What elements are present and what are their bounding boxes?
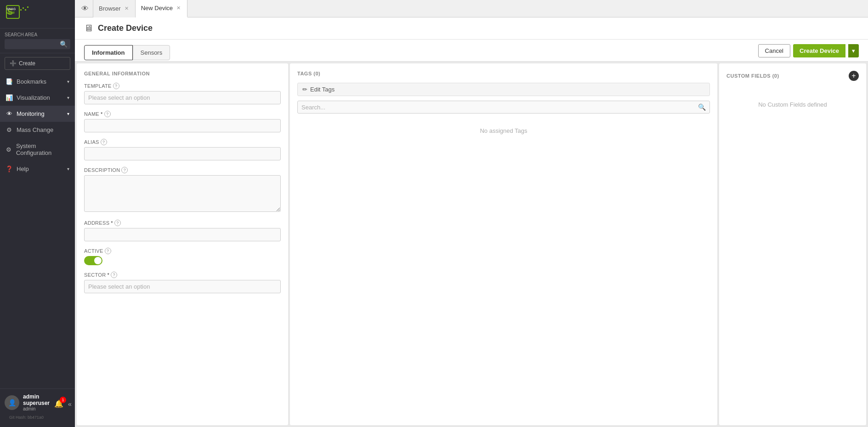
add-custom-field-button[interactable]: + [849, 71, 859, 81]
plus-icon: ➕ [10, 60, 17, 67]
tags-search-icon: 🔍 [698, 103, 706, 111]
custom-fields-header: CUSTOM FIELDS (0) + [726, 71, 859, 81]
cancel-button[interactable]: Cancel [758, 44, 790, 57]
sidebar-item-visualization[interactable]: 📊 Visualization ▾ [0, 90, 75, 106]
sidebar-item-label: Mass Change [17, 126, 53, 133]
tab-sensors[interactable]: Sensors [133, 45, 170, 60]
name-input[interactable] [84, 119, 281, 132]
tags-search-box: 🔍 [297, 101, 710, 114]
help-icon: ❓ [6, 165, 13, 172]
page-title: Create Device [98, 23, 153, 33]
active-help-icon[interactable]: ? [105, 248, 111, 254]
avatar: 👤 [5, 395, 19, 410]
svg-text:SNAG: SNAG [6, 7, 16, 11]
sidebar-item-label: Bookmarks [17, 78, 46, 85]
sector-label: SECTOR * ? [84, 272, 281, 278]
create-device-icon: 🖥 [84, 23, 93, 34]
description-help-icon[interactable]: ? [121, 167, 128, 173]
template-select[interactable]: Please select an option [84, 91, 281, 104]
snagview-logo: S SNAG VIEW [6, 5, 42, 22]
edit-tags-button[interactable]: ✏ Edit Tags [297, 83, 710, 96]
user-details: admin superuser admin [23, 393, 50, 411]
tab-information[interactable]: Information [84, 45, 133, 60]
description-label: DESCRIPTION ? [84, 167, 281, 173]
tab-new-device-label: New Device [141, 5, 173, 11]
search-input[interactable] [7, 41, 60, 47]
logo-area: S SNAG VIEW [0, 0, 75, 28]
tags-search-input[interactable] [301, 104, 698, 111]
edit-tags-label: Edit Tags [310, 86, 335, 93]
no-tags-message: No assigned Tags [297, 118, 710, 143]
pencil-icon: ✏ [302, 86, 307, 93]
alias-label: ALIAS ? [84, 139, 281, 145]
user-role: admin [23, 406, 50, 411]
sector-help-icon[interactable]: ? [111, 272, 117, 278]
active-label: ACTIVE ? [84, 248, 281, 254]
chevron-down-icon: ▾ [67, 111, 69, 116]
chevron-down-icon: ▾ [67, 166, 69, 171]
create-button[interactable]: ➕ Create [5, 57, 70, 70]
alias-input[interactable] [84, 147, 281, 160]
description-textarea[interactable] [84, 175, 281, 212]
bookmarks-icon: 📑 [6, 78, 13, 85]
alias-field-group: ALIAS ? [84, 139, 281, 160]
sidebar-item-label: Visualization [17, 94, 50, 101]
search-area: SEARCH AREA 🔍 [0, 28, 75, 53]
eye-tab-button[interactable]: 👁 [77, 0, 93, 17]
custom-fields-panel: CUSTOM FIELDS (0) + No Custom Fields def… [719, 63, 866, 425]
content-tab-nav: Information Sensors Cancel Create Device… [75, 40, 868, 62]
sidebar-item-bookmarks[interactable]: 📑 Bookmarks ▾ [0, 74, 75, 90]
sidebar-item-help[interactable]: ❓ Help ▾ [0, 161, 75, 177]
address-input[interactable] [84, 228, 281, 241]
tags-panel: TAGS (0) ✏ Edit Tags 🔍 No assigned Tags [290, 63, 717, 425]
tab-new-device[interactable]: New Device ✕ [136, 0, 187, 17]
svg-rect-7 [27, 6, 28, 8]
sector-select[interactable]: Please select an option [84, 280, 281, 293]
toggle-slider [84, 256, 102, 265]
system-config-icon: ⚙ [6, 146, 12, 153]
svg-text:VIEW: VIEW [6, 11, 15, 14]
active-toggle[interactable] [84, 256, 102, 265]
tab-bar: 👁 Browser ✕ New Device ✕ [75, 0, 868, 17]
user-info-area: 👤 admin superuser admin [5, 393, 50, 411]
collapse-sidebar-button[interactable]: « [68, 400, 72, 408]
create-device-dropdown-button[interactable]: ▾ [848, 44, 859, 57]
tab-browser[interactable]: Browser ✕ [93, 0, 136, 17]
template-help-icon[interactable]: ? [113, 83, 119, 89]
name-help-icon[interactable]: ? [104, 111, 111, 117]
chevron-down-icon: ▾ [67, 79, 69, 84]
chevron-down-icon: ▾ [67, 95, 69, 100]
tab-browser-close[interactable]: ✕ [124, 6, 130, 11]
template-field-group: TEMPLATE ? Please select an option [84, 83, 281, 104]
name-field-group: NAME * ? [84, 111, 281, 132]
sidebar: S SNAG VIEW SEARCH AREA 🔍 ➕ Create 📑 Boo… [0, 0, 75, 427]
template-label: TEMPLATE ? [84, 83, 281, 89]
address-field-group: ADDRESS * ? [84, 220, 281, 241]
custom-fields-title: CUSTOM FIELDS (0) [726, 73, 779, 79]
create-device-button[interactable]: Create Device [793, 44, 845, 57]
page-header: 🖥 Create Device [75, 17, 868, 40]
alias-help-icon[interactable]: ? [101, 139, 107, 145]
content-tabs: Information Sensors [84, 45, 170, 60]
search-box: 🔍 [5, 39, 70, 49]
sidebar-item-label: Monitoring [17, 110, 45, 117]
search-area-label: SEARCH AREA [5, 32, 70, 37]
tab-browser-label: Browser [99, 5, 121, 12]
sidebar-item-mass-change[interactable]: ⚙ Mass Change [0, 122, 75, 138]
footer-actions: 👤 admin superuser admin 🔔 1 « [5, 393, 70, 414]
general-info-panel: GENERAL INFORMATION TEMPLATE ? Please se… [77, 63, 288, 425]
user-avatar-icon: 👤 [8, 399, 16, 406]
create-button-label: Create [19, 60, 35, 67]
tab-new-device-close[interactable]: ✕ [176, 5, 182, 11]
sidebar-item-monitoring[interactable]: 👁 Monitoring ▾ [0, 106, 75, 122]
notifications-button[interactable]: 🔔 1 [53, 399, 64, 409]
main-content: 👁 Browser ✕ New Device ✕ 🖥 Create Device… [75, 0, 868, 427]
tab-actions: Cancel Create Device ▾ [758, 44, 859, 61]
active-toggle-wrap [84, 256, 281, 265]
sector-field-group: SECTOR * ? Please select an option [84, 272, 281, 293]
address-help-icon[interactable]: ? [114, 220, 121, 226]
sidebar-item-label: System Configuration [16, 142, 69, 156]
tab-information-label: Information [92, 49, 125, 56]
name-label: NAME * ? [84, 111, 281, 117]
sidebar-item-system-config[interactable]: ⚙ System Configuration [0, 138, 75, 161]
